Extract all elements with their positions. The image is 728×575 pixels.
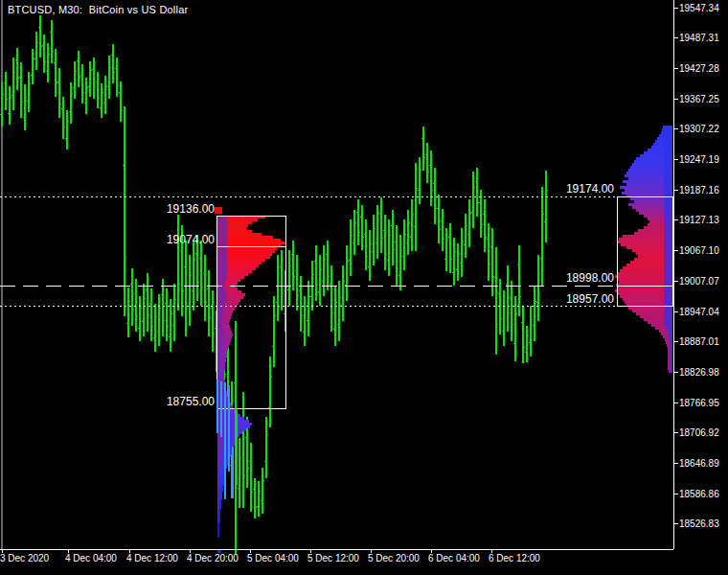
profile-row-base <box>217 282 225 285</box>
profile-row-base <box>217 477 220 480</box>
profile-row-base <box>664 169 672 172</box>
price-tick-label: 18826.98 <box>679 367 719 378</box>
profile-row-base <box>671 364 672 367</box>
profile-row <box>217 535 219 538</box>
profile-row-base <box>217 520 218 523</box>
profile-row-base <box>664 312 672 315</box>
profile-row-base <box>664 249 672 252</box>
profile-row-base <box>671 347 672 350</box>
profile-row-base <box>217 267 227 270</box>
profile-row-base <box>664 215 672 218</box>
profile-row-base <box>217 354 221 356</box>
profile-row-base <box>217 451 223 454</box>
profile-row-base <box>664 241 672 243</box>
profile-row <box>217 523 219 526</box>
profile-row-base <box>668 131 672 134</box>
profile-row-base <box>217 457 222 460</box>
profile-row-base <box>217 351 221 354</box>
profile-row-base <box>217 506 219 509</box>
profile-row-base <box>217 474 220 477</box>
profile-row-base <box>670 341 672 344</box>
time-tick-label: 5 Dec 20:00 <box>368 553 420 564</box>
profile-row <box>217 526 219 529</box>
profile-row-base <box>217 302 225 305</box>
time-tick-label: 5 Dec 12:00 <box>307 553 359 564</box>
price-tick-label: 19067.10 <box>679 245 719 256</box>
profile-row-base <box>217 356 220 359</box>
profile-row-base <box>664 269 672 272</box>
level-price-label: 19074.00 <box>167 233 215 246</box>
profile-row-base <box>664 315 672 318</box>
profile-row-base <box>664 264 672 266</box>
time-tick-label: 4 Dec 20:00 <box>187 553 239 564</box>
profile-row-base <box>217 334 223 336</box>
profile-row-base <box>671 350 672 353</box>
profile-row-base <box>664 189 672 192</box>
profile-row-base <box>217 466 221 469</box>
profile-row-base <box>664 206 672 209</box>
profile-row-base <box>217 236 227 239</box>
profile-row-base <box>217 250 227 253</box>
profile-row-base <box>664 287 672 289</box>
profile-row-base <box>217 483 220 486</box>
profile-row-base <box>217 310 223 313</box>
price-tick-label: 19007.07 <box>679 276 719 287</box>
profile-row-base <box>217 345 222 348</box>
profile-row-base <box>664 197 672 200</box>
profile-row-base <box>664 298 672 301</box>
profile-row-base <box>664 154 672 157</box>
level-price-label: 19174.00 <box>566 182 614 196</box>
profile-row-base <box>664 192 672 195</box>
price-tick-label: 18646.89 <box>679 458 719 469</box>
profile-row-base <box>217 325 222 328</box>
profile-row-base <box>217 288 225 290</box>
chart-root[interactable]: 19174.0018998.0018957.0019074.0019136.00… <box>0 0 728 575</box>
profile-row-base <box>664 307 672 310</box>
profile-row-base <box>665 143 672 146</box>
profile-row-base <box>671 370 672 373</box>
profile-row <box>217 529 219 532</box>
price-tick-label: 19487.31 <box>679 33 719 43</box>
profile-row-base <box>217 313 223 316</box>
profile-row-base <box>671 367 672 370</box>
profile-row-base <box>217 374 220 377</box>
profile-row-base <box>664 160 672 163</box>
profile-row-base <box>217 264 227 267</box>
profile-row-base <box>217 368 220 371</box>
price-tick-label: 19427.28 <box>679 63 719 74</box>
time-tick-label: 4 Dec 12:00 <box>126 553 178 564</box>
profile-row <box>217 532 219 535</box>
profile-row-base <box>664 226 672 229</box>
price-tick-label: 18766.95 <box>679 398 719 408</box>
profile-row-base <box>664 266 672 269</box>
profile-row-base <box>217 273 227 276</box>
profile-row-base <box>217 259 227 262</box>
price-chart[interactable]: 19174.0018998.0018957.0019074.0019136.00… <box>0 0 728 575</box>
profile-row-base <box>217 448 223 451</box>
profile-row-base <box>217 469 220 472</box>
profile-row-base <box>664 149 672 151</box>
time-tick-label: 6 Dec 04:00 <box>428 553 480 564</box>
profile-row-base <box>664 177 672 180</box>
profile-row-base <box>664 186 672 189</box>
price-tick-label: 19547.34 <box>679 3 719 13</box>
profile-row-base <box>669 126 672 128</box>
profile-row-base <box>217 377 220 380</box>
profile-row-base <box>664 275 672 278</box>
profile-row-base <box>217 342 222 345</box>
profile-row-base <box>217 440 224 443</box>
symbol-title-label: BTCUSD, M30: BitCoin vs US Dollar <box>8 4 188 15</box>
level-price-label: 19136.00 <box>167 202 215 216</box>
profile-cap <box>215 207 222 214</box>
profile-row-base <box>217 296 227 299</box>
price-tick-label: 19127.13 <box>679 215 719 225</box>
profile-row-base <box>217 446 223 448</box>
profile-row-base <box>217 365 220 368</box>
profile-row-base <box>664 212 672 215</box>
profile-row-base <box>664 174 672 177</box>
profile-row-base <box>665 146 672 149</box>
profile-row-base <box>217 336 223 339</box>
price-tick-label: 18526.83 <box>679 518 719 529</box>
price-tick-label: 19247.19 <box>679 154 719 165</box>
profile-row-base <box>664 183 672 186</box>
